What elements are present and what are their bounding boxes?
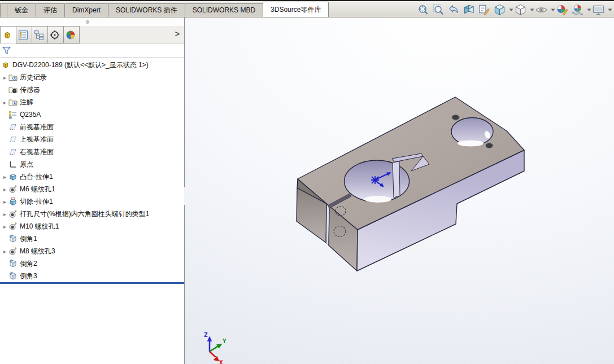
part-icon (1, 60, 10, 69)
manager-tab-configurationmanager[interactable] (32, 26, 48, 43)
bore-slot-wall (393, 161, 400, 198)
tapped-hole-icon (8, 209, 18, 218)
x-axis-label: X (219, 359, 223, 364)
model-part[interactable] (297, 97, 524, 271)
manager-tab-featuremanager-design-tree[interactable] (0, 26, 16, 43)
tree-item-label: 传感器 (20, 85, 40, 95)
zoom-to-area-icon (432, 3, 445, 16)
annotation-view-button[interactable] (478, 3, 493, 17)
tree-item-label: 上视基准面 (20, 135, 54, 144)
edit-appearance-button[interactable] (556, 3, 571, 17)
tree-item[interactable]: ▸凸台-拉伸1 (0, 170, 184, 183)
z-axis-arrowhead (207, 336, 212, 342)
plane-icon (8, 135, 18, 144)
expand-arrow-icon[interactable]: ▸ (1, 74, 8, 81)
cut-extrude-icon (8, 197, 18, 206)
hide-show-items-button[interactable] (535, 3, 550, 17)
ribbon-tab[interactable]: 钣金 (7, 3, 36, 17)
filter-funnel-icon (2, 46, 11, 55)
tree-root-label: DGV-D2200-189 (默认<<默认>_显示状态 1>) (12, 60, 149, 70)
expand-arrow-icon[interactable]: ▸ (1, 199, 8, 205)
ribbon-tabs: 钣金评估DimXpertSOLIDWORKS 插件SOLIDWORKS MBD3… (0, 2, 328, 17)
display-style-button[interactable] (514, 3, 529, 17)
bore-bottom-light (364, 196, 391, 203)
tree-item-label: 前视基准面 (20, 122, 54, 132)
tree-item[interactable]: 倒角2 (0, 257, 184, 270)
mgr-dimxpert-icon (50, 30, 60, 40)
tree-item[interactable]: ▸A注解 (0, 96, 184, 108)
tree-filter-row[interactable] (0, 44, 184, 58)
section-view-icon (463, 3, 476, 16)
expand-arrow-icon[interactable]: ▸ (1, 186, 8, 192)
splitter-grip-dot (86, 20, 89, 24)
previous-view-button[interactable] (447, 3, 463, 17)
manager-tab-dimxpertmanager[interactable] (47, 26, 64, 43)
y-axis-label: Y (223, 337, 227, 345)
tree-item[interactable]: Q235A (0, 108, 184, 121)
tapped-hole-icon (8, 185, 18, 194)
expand-arrow-icon[interactable]: ▸ (1, 223, 8, 230)
view-orientation-button[interactable] (493, 3, 508, 17)
hide-show-items-dropdown-arrow[interactable] (550, 3, 556, 17)
material-icon (8, 110, 18, 119)
ribbon-tab[interactable]: SOLIDWORKS MBD (185, 3, 263, 17)
ribbon-tab[interactable]: SOLIDWORKS 插件 (108, 3, 185, 17)
tree-item[interactable]: ▸打孔尺寸(%根据)内六角圆柱头螺钉的类型1 (0, 208, 184, 220)
ribbon-tab[interactable]: 评估 (36, 3, 65, 17)
previous-view-icon (447, 3, 460, 16)
zoom-to-area-button[interactable] (432, 3, 447, 17)
chamfer-icon (8, 271, 18, 280)
expand-arrow-icon[interactable]: ▸ (1, 248, 8, 255)
view-settings-button[interactable] (592, 3, 607, 17)
tree-item[interactable]: 倒角1 (0, 233, 184, 245)
apply-scene-dropdown-arrow[interactable] (586, 3, 592, 17)
tree-item-label: M10 螺纹孔1 (20, 222, 59, 231)
tree-item-label: 切除-拉伸1 (20, 197, 53, 207)
featuremanager-panel: > DGV-D2200-189 (默认<<默认>_显示状态 1>)▸历史记录传感… (0, 17, 185, 364)
tree-item-label: M8 螺纹孔3 (20, 247, 55, 256)
tree-item[interactable]: ▸M6 螺纹孔1 (0, 183, 184, 195)
apply-scene-button[interactable] (571, 3, 586, 17)
tree-item[interactable]: 上视基准面 (0, 133, 184, 146)
tree-item-label: 右视基准面 (20, 147, 54, 157)
view-orientation-icon (493, 3, 506, 16)
ribbon-tab[interactable]: DimXpert (64, 3, 108, 17)
tree-item[interactable]: 传感器 (0, 84, 184, 96)
view-orientation-dropdown-arrow[interactable] (508, 3, 514, 17)
tree-item[interactable]: 前视基准面 (0, 121, 184, 133)
hide-show-items-icon (535, 3, 548, 16)
annotation-view-icon (478, 3, 491, 16)
panel-collapse-chevron[interactable]: > (175, 29, 180, 38)
graphics-viewport[interactable]: Z Y X (185, 17, 614, 364)
display-style-dropdown-arrow[interactable] (529, 3, 535, 17)
orientation-triad: Z Y X (204, 331, 227, 364)
tree-root-item[interactable]: DGV-D2200-189 (默认<<默认>_显示状态 1>) (0, 59, 184, 71)
view-settings-dropdown-arrow[interactable] (607, 3, 613, 17)
plane-icon (8, 122, 18, 131)
tree-item-label: 历史记录 (20, 73, 47, 82)
expand-arrow-icon[interactable]: ▸ (1, 211, 8, 217)
expand-arrow-icon[interactable]: ▸ (1, 99, 8, 106)
panel-horizontal-splitter[interactable] (0, 17, 184, 26)
chamfer-icon (8, 234, 18, 243)
manager-tab-propertymanager[interactable] (16, 26, 32, 43)
screw-hole[interactable] (452, 115, 460, 120)
boss-extrude-icon (8, 172, 18, 181)
screw-hole[interactable] (485, 143, 493, 148)
origin-icon (8, 160, 18, 169)
rollback-bar[interactable] (0, 282, 184, 284)
tree-item[interactable]: ▸历史记录 (0, 71, 184, 84)
expand-arrow-icon[interactable]: ▸ (1, 174, 8, 180)
headsup-view-toolbar (417, 2, 613, 17)
section-view-button[interactable] (463, 3, 478, 17)
tree-item[interactable]: 倒角3 (0, 270, 184, 282)
ribbon-tab[interactable]: 3DSource零件库 (263, 2, 329, 17)
tree-item[interactable]: 右视基准面 (0, 146, 184, 158)
chamfer-icon (8, 259, 18, 268)
tree-item[interactable]: 原点 (0, 158, 184, 170)
tree-item[interactable]: ▸M10 螺纹孔1 (0, 220, 184, 233)
zoom-to-fit-button[interactable] (417, 3, 432, 17)
manager-tab-displaymanager[interactable] (63, 26, 80, 43)
tree-item[interactable]: ▸切除-拉伸1 (0, 195, 184, 208)
tree-item[interactable]: ▸M8 螺纹孔3 (0, 245, 184, 257)
